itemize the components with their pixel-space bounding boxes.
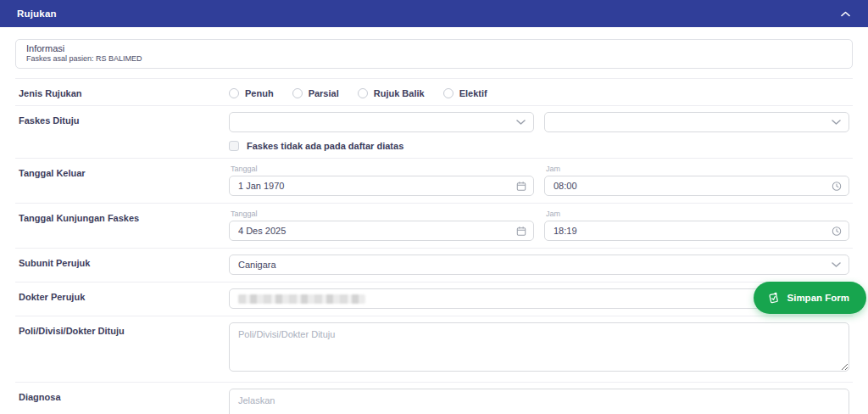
diagnosa-label: Diagnosa <box>19 389 229 414</box>
tanggal-kunjungan-label: Tanggal Kunjungan Faskes <box>19 210 229 241</box>
faskes-not-listed-label: Faskes tidak ada pada daftar diatas <box>247 141 403 151</box>
panel-header[interactable]: Rujukan <box>0 0 868 27</box>
faskes-not-listed-checkbox-row[interactable]: Faskes tidak ada pada daftar diatas <box>229 141 849 151</box>
dokter-perujuk-redacted-value <box>238 294 365 304</box>
radio-elektif-label: Elektif <box>459 88 487 98</box>
row-tanggal-kunjungan: Tanggal Kunjungan Faskes Tanggal Jam <box>15 203 853 248</box>
row-tanggal-keluar: Tanggal Keluar Tanggal Jam <box>15 158 853 203</box>
chevron-down-icon <box>831 260 842 271</box>
radio-penuh-label: Penuh <box>245 88 274 98</box>
dokter-perujuk-label: Dokter Perujuk <box>19 288 229 309</box>
clipboard-check-icon <box>767 292 780 305</box>
tanggal-kunjungan-time-mini-label: Jam <box>546 210 849 218</box>
tanggal-keluar-time-input[interactable] <box>554 181 826 191</box>
radio-elektif[interactable]: Elektif <box>443 88 487 98</box>
info-box: Informasi Faskes asal pasien: RS BALIMED <box>15 39 853 69</box>
row-diagnosa: Diagnosa <box>15 382 853 414</box>
subunit-perujuk-label: Subunit Perujuk <box>19 255 229 275</box>
faskes-name-select[interactable] <box>544 112 849 132</box>
row-jenis-rujukan: Jenis Rujukan Penuh Parsial Rujuk Balik … <box>15 78 853 105</box>
clock-icon[interactable] <box>831 181 842 192</box>
tanggal-kunjungan-date-field[interactable] <box>229 221 534 241</box>
radio-rujuk-balik[interactable]: Rujuk Balik <box>358 88 425 98</box>
radio-penuh[interactable]: Penuh <box>229 88 274 98</box>
save-form-button[interactable]: Simpan Form <box>754 282 866 314</box>
tanggal-kunjungan-date-mini-label: Tanggal <box>231 210 534 218</box>
row-dokter-perujuk: Dokter Perujuk <box>15 282 853 316</box>
tanggal-kunjungan-time-field[interactable] <box>544 221 849 241</box>
tanggal-keluar-time-mini-label: Jam <box>546 165 849 173</box>
checkbox-icon[interactable] <box>229 141 239 151</box>
jenis-rujukan-label: Jenis Rujukan <box>19 85 229 98</box>
diagnosa-textarea[interactable] <box>229 389 849 414</box>
row-subunit-perujuk: Subunit Perujuk Canigara <box>15 248 853 282</box>
tanggal-keluar-time-field[interactable] <box>544 176 849 196</box>
faskes-dituju-label: Faskes Dituju <box>19 112 229 151</box>
tanggal-keluar-date-field[interactable] <box>229 176 534 196</box>
subunit-perujuk-value: Canigara <box>238 260 276 270</box>
chevron-down-icon <box>515 117 526 128</box>
poli-dituju-textarea[interactable] <box>229 322 849 372</box>
radio-circle-icon[interactable] <box>229 88 239 98</box>
info-box-title: Informasi <box>26 43 842 53</box>
rujukan-panel: Rujukan Informasi Faskes asal pasien: RS… <box>0 0 868 414</box>
poli-dituju-label: Poli/Divisi/Dokter Dituju <box>19 322 229 375</box>
subunit-perujuk-select[interactable]: Canigara <box>229 255 849 275</box>
radio-rujuk-balik-label: Rujuk Balik <box>374 88 425 98</box>
tanggal-keluar-date-input[interactable] <box>238 181 511 191</box>
tanggal-keluar-date-mini-label: Tanggal <box>231 165 534 173</box>
chevron-up-icon[interactable] <box>839 8 851 20</box>
row-poli-dituju: Poli/Divisi/Dokter Dituju <box>15 316 853 382</box>
save-form-button-label: Simpan Form <box>787 293 849 303</box>
radio-parsial[interactable]: Parsial <box>292 88 339 98</box>
panel-title: Rujukan <box>17 8 57 19</box>
radio-circle-icon[interactable] <box>292 88 303 98</box>
tanggal-kunjungan-time-input[interactable] <box>554 226 826 236</box>
row-faskes-dituju: Faskes Dituju <box>15 105 853 158</box>
tanggal-kunjungan-date-input[interactable] <box>238 226 511 236</box>
radio-circle-icon[interactable] <box>358 88 368 98</box>
radio-parsial-label: Parsial <box>309 88 339 98</box>
radio-circle-icon[interactable] <box>443 88 453 98</box>
info-box-subtitle: Faskes asal pasien: RS BALIMED <box>26 54 842 63</box>
faskes-type-select[interactable] <box>229 112 534 132</box>
calendar-icon[interactable] <box>515 181 526 192</box>
tanggal-keluar-label: Tanggal Keluar <box>19 165 229 196</box>
calendar-icon[interactable] <box>515 226 526 237</box>
clock-icon[interactable] <box>831 226 842 237</box>
chevron-down-icon <box>831 117 842 128</box>
